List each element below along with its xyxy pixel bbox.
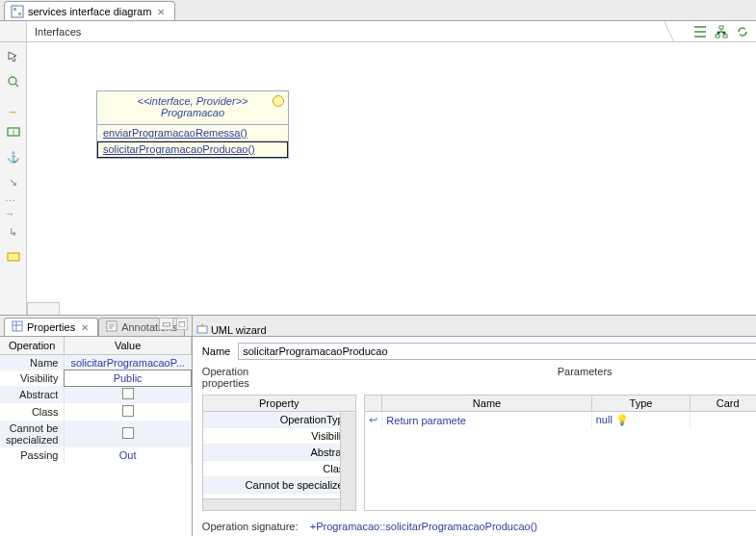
uml-stereotype: <<interface, Provider>> <box>101 95 284 107</box>
col-operation[interactable]: Operation <box>0 337 65 355</box>
param-row: ↩ Return paramete null 💡 <box>365 412 756 429</box>
wizard-lists: Property OperationType Visibility Abstra… <box>202 395 756 511</box>
svg-rect-2 <box>18 13 21 15</box>
signature-row: Operation signature: +Programacao::solic… <box>202 517 756 532</box>
svg-rect-1 <box>13 8 16 11</box>
gen-tool-icon[interactable]: ↳ <box>5 223 22 241</box>
param-col-card[interactable]: Card <box>691 396 756 412</box>
bottom-panels: Properties ✕ Annotations ▭ □ Operation V… <box>0 315 756 536</box>
dotted-tool-icon[interactable]: ⋯→ <box>5 198 22 216</box>
tab-properties[interactable]: Properties ✕ <box>4 318 98 336</box>
checkbox[interactable] <box>122 427 134 439</box>
tab-uml-wizard[interactable]: UML wizard <box>196 322 267 336</box>
uml-operation[interactable]: enviarProgramacaoRemessa() <box>97 125 288 141</box>
toolbar-right <box>692 24 756 39</box>
close-icon[interactable]: ✕ <box>79 322 91 333</box>
svg-point-6 <box>9 77 16 85</box>
scrollbar-horizontal[interactable] <box>203 498 340 510</box>
prop-row: PassingOut <box>0 447 191 463</box>
proplist-row[interactable]: Cannot be specialized <box>203 477 355 494</box>
prop-row: Class <box>0 403 191 421</box>
checkbox[interactable] <box>122 388 134 399</box>
wizard-tabbar: UML wizard <box>193 316 756 337</box>
panel-controls: ▭ □ <box>159 318 188 330</box>
param-name[interactable]: Return paramete <box>382 412 591 429</box>
palette: ⎯ I ⚓ ↘ ⋯→ ↳ <box>0 42 27 315</box>
link-tool-icon[interactable]: ⎯ <box>5 98 22 115</box>
prop-row: VisibilityPublic <box>0 370 191 386</box>
signature-value: +Programacao::solicitarProgramacaoProduc… <box>310 521 537 532</box>
proplist-row[interactable]: Visibility <box>203 428 355 445</box>
svg-rect-9 <box>8 253 19 261</box>
wizard-section-headers: Operation properties Parameters >P <box>202 366 756 389</box>
provided-interface-icon <box>273 95 284 107</box>
param-card[interactable] <box>691 412 756 429</box>
wizard-name-row: Name <box>202 343 756 360</box>
ruler-corner <box>27 302 60 315</box>
align-icon[interactable] <box>692 24 708 39</box>
select-tool-icon[interactable] <box>5 48 22 65</box>
minimize-icon[interactable]: ▭ <box>159 318 173 330</box>
uml-interface-box[interactable]: <<interface, Provider>> Programacao envi… <box>96 90 289 159</box>
close-icon[interactable]: ✕ <box>155 7 167 17</box>
param-col-name[interactable]: Name <box>382 396 591 412</box>
properties-icon <box>12 320 23 334</box>
tree-icon[interactable] <box>714 24 729 39</box>
checkbox[interactable] <box>122 405 134 417</box>
param-type[interactable]: null 💡 <box>591 412 691 429</box>
name-label: Name <box>202 345 230 357</box>
param-col-type[interactable]: Type <box>591 396 691 412</box>
operation-property-list[interactable]: Property OperationType Visibility Abstra… <box>202 395 356 511</box>
wizard-body: Name Operation properties Parameters >P … <box>193 337 756 536</box>
col-value[interactable]: Value <box>65 337 191 355</box>
diagram-icon <box>11 5 24 18</box>
anchor-tool-icon[interactable]: ⚓ <box>5 148 22 166</box>
editor-tab-title: services interface diagram <box>28 6 151 17</box>
svg-rect-3 <box>719 26 723 29</box>
proplist-row[interactable]: OperationType <box>203 412 355 428</box>
wizard-icon <box>196 324 208 336</box>
svg-rect-10 <box>13 321 22 331</box>
proplist-row[interactable]: Abstract <box>203 445 355 461</box>
refresh-icon[interactable] <box>735 24 750 39</box>
uml-wizard-panel: UML wizard Name Operation properties Par… <box>193 315 756 536</box>
properties-tabbar: Properties ✕ Annotations ▭ □ <box>0 316 192 337</box>
prop-row: Abstract <box>0 386 191 403</box>
breadcrumb-divider <box>673 21 692 41</box>
lightbulb-icon[interactable]: 💡 <box>615 414 629 425</box>
interface-tool-icon[interactable]: I <box>5 123 22 140</box>
return-icon: ↩ <box>365 412 382 429</box>
breadcrumb-row: Interfaces <box>0 21 756 42</box>
prop-row: Cannot be specialized <box>0 421 191 447</box>
name-input[interactable] <box>238 343 756 360</box>
breadcrumb-gutter <box>0 21 27 41</box>
proplist-col[interactable]: Property <box>203 396 355 412</box>
maximize-icon[interactable]: □ <box>176 318 188 330</box>
uml-classname: Programacao <box>101 107 284 118</box>
param-col-icon[interactable] <box>365 396 382 412</box>
tab-uml-wizard-label: UML wizard <box>211 324 267 336</box>
properties-panel: Properties ✕ Annotations ▭ □ Operation V… <box>0 315 193 536</box>
diagram-canvas[interactable]: <<interface, Provider>> Programacao envi… <box>27 42 756 315</box>
svg-rect-5 <box>723 35 727 38</box>
editor-tabbar: services interface diagram ✕ <box>0 0 756 21</box>
workspace: ⎯ I ⚓ ↘ ⋯→ ↳ <<interface, Provider>> Pro… <box>0 42 756 315</box>
uml-operations: enviarProgramacaoRemessa() solicitarProg… <box>97 125 288 158</box>
op-props-header: Operation properties <box>202 366 249 389</box>
scrollbar-vertical[interactable] <box>340 413 355 510</box>
params-header: Parameters <box>558 366 613 389</box>
uml-operation[interactable]: solicitarProgramacaoProducao() <box>97 141 288 158</box>
signature-label: Operation signature: <box>202 521 299 532</box>
svg-rect-0 <box>12 6 23 17</box>
breadcrumb[interactable]: Interfaces <box>27 23 673 40</box>
zoom-tool-icon[interactable] <box>5 73 22 90</box>
uml-header: <<interface, Provider>> Programacao <box>97 91 288 125</box>
tab-properties-label: Properties <box>27 321 75 333</box>
editor-tab[interactable]: services interface diagram ✕ <box>4 1 175 20</box>
svg-text:I: I <box>12 128 13 137</box>
proplist-row[interactable]: Class <box>203 461 355 477</box>
dep-tool-icon[interactable]: ↘ <box>5 173 22 191</box>
properties-grid[interactable]: Operation Value NamesolicitarProgramacao… <box>0 337 192 536</box>
parameters-table[interactable]: Name Type Card Passin V ↩ Return paramet… <box>364 395 756 511</box>
note-tool-icon[interactable] <box>5 248 22 266</box>
